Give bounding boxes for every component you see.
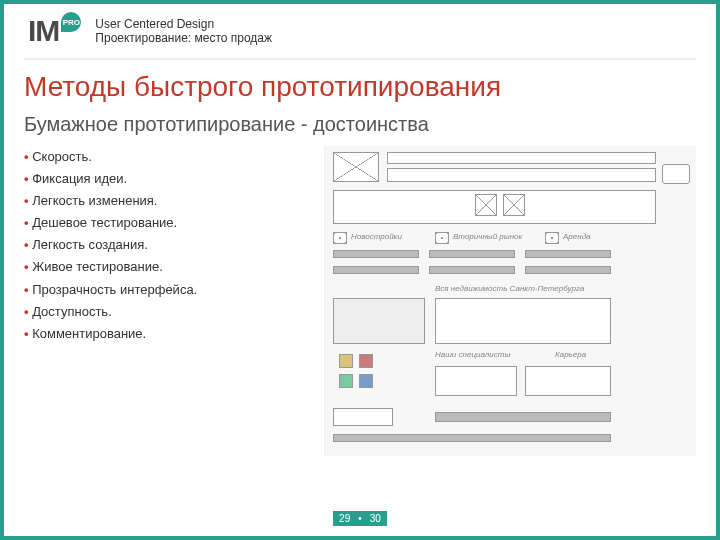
sketch-lower-block [435, 366, 517, 396]
bullet-item: Скорость. [24, 146, 304, 168]
page-indicator: 29 • 30 [333, 511, 387, 526]
sketch-lower-block [525, 366, 611, 396]
slide-title: Методы быстрого прототипирования [4, 67, 716, 109]
sketch-section-icon [545, 232, 559, 244]
slide-subtitle: Бумажное прототипирование - достоинства [4, 109, 716, 146]
sketch-bar [429, 266, 515, 274]
sketch-label: Вторичный рынок [453, 232, 522, 241]
sketch-bar [333, 250, 419, 258]
bullet-item: Легкость создания. [24, 234, 304, 256]
sketch-topbar2 [387, 168, 656, 182]
bullet-item: Легкость изменения. [24, 190, 304, 212]
logo-badge-text: PRO [63, 18, 80, 27]
sketch-knob [662, 164, 690, 184]
sketch-logo-box [333, 152, 379, 182]
slide: IM PRO User Centered Design Проектирован… [0, 0, 720, 540]
sketch-section-icon [333, 232, 347, 244]
header-text: User Centered Design Проектирование: мес… [95, 17, 272, 45]
sketch-side-block [435, 298, 611, 344]
sketch-chip [359, 354, 373, 368]
sketch-footer-block [333, 408, 393, 426]
sketch-footer-bar [333, 434, 611, 442]
sketch-label: Аренда [563, 232, 591, 241]
bullet-item: Дешевое тестирование. [24, 212, 304, 234]
sketch-bar [525, 266, 611, 274]
header-line2: Проектирование: место продаж [95, 31, 272, 45]
bullet-list: Скорость. Фиксация идеи. Легкость измене… [24, 146, 304, 456]
bullet-item: Доступность. [24, 301, 304, 323]
header-line1: User Centered Design [95, 17, 272, 31]
sketch-label: Новостройки [351, 232, 402, 241]
bullet-item: Комментирование. [24, 323, 304, 345]
sketch-chip [359, 374, 373, 388]
sketch-chip [339, 374, 353, 388]
sketch-bar [333, 266, 419, 274]
logo: IM PRO [28, 14, 81, 48]
sketch-topbar [387, 152, 656, 164]
page-current: 29 [333, 511, 356, 526]
sketch-section-icon [435, 232, 449, 244]
sketch-hero-thumb [503, 194, 525, 216]
sketch-caption: Вся недвижимость Санкт-Петербурга [435, 284, 584, 293]
bullet-item: Фиксация идеи. [24, 168, 304, 190]
footer: 29 • 30 [4, 508, 716, 526]
sketch-col-label: Наши специалисты [435, 350, 510, 359]
sketch-footer-bar [435, 412, 611, 422]
header: IM PRO User Centered Design Проектирован… [4, 4, 716, 54]
page-dot: • [356, 511, 364, 526]
sketch-bar [525, 250, 611, 258]
sketch-big-block [333, 298, 425, 344]
bullet-item: Прозрачность интерфейса. [24, 279, 304, 301]
sketch-col-label: Карьера [555, 350, 586, 359]
logo-text: IM [28, 14, 59, 48]
sketch-bar [429, 250, 515, 258]
header-divider [24, 58, 696, 59]
page-total: 30 [364, 511, 387, 526]
paper-prototype-sketch: Новостройки Вторичный рынок Аренда Вся н… [324, 146, 696, 456]
bullet-item: Живое тестирование. [24, 256, 304, 278]
logo-badge-icon: PRO [61, 12, 81, 32]
slide-body: Скорость. Фиксация идеи. Легкость измене… [4, 146, 716, 456]
sketch-hero-thumb [475, 194, 497, 216]
sketch-chip [339, 354, 353, 368]
